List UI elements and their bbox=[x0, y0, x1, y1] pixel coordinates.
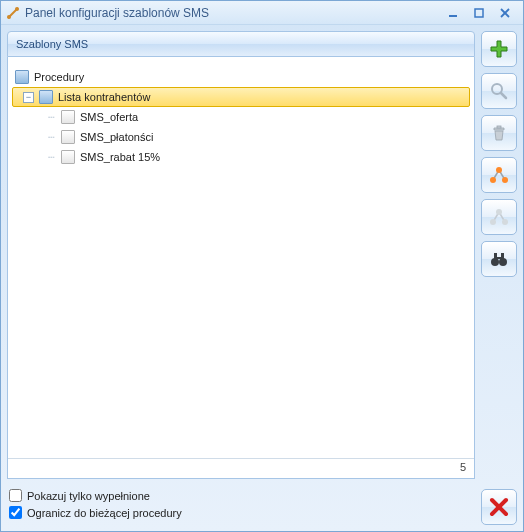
svg-rect-23 bbox=[501, 253, 504, 259]
tree-node-selected[interactable]: − Lista kontrahentów bbox=[12, 87, 470, 107]
title-controls bbox=[445, 6, 519, 20]
tree-label: SMS_płatonści bbox=[80, 131, 153, 143]
document-icon bbox=[60, 149, 76, 165]
checkbox-show-filled[interactable]: Pokazuj tylko wypełnione bbox=[9, 489, 479, 502]
svg-point-18 bbox=[490, 219, 496, 225]
tree-node-item[interactable]: ┄ SMS_płatonści bbox=[12, 127, 470, 147]
toolbar bbox=[481, 31, 517, 479]
assign-button[interactable] bbox=[481, 157, 517, 193]
svg-point-19 bbox=[502, 219, 508, 225]
document-icon bbox=[60, 129, 76, 145]
svg-line-8 bbox=[501, 93, 506, 98]
svg-point-13 bbox=[490, 177, 496, 183]
svg-point-17 bbox=[496, 209, 502, 215]
bottom-row: Pokazuj tylko wypełnione Ogranicz do bie… bbox=[7, 485, 517, 525]
tree-node-root[interactable]: Procedury bbox=[12, 67, 470, 87]
add-button[interactable] bbox=[481, 31, 517, 67]
titlebar: Panel konfiguracji szablonów SMS bbox=[1, 1, 523, 25]
close-button[interactable] bbox=[481, 489, 517, 525]
nodes-icon bbox=[488, 164, 510, 186]
checkbox-limit-procedure[interactable]: Ogranicz do bieżącej procedury bbox=[9, 506, 479, 519]
tree-node-item[interactable]: ┄ SMS_oferta bbox=[12, 107, 470, 127]
svg-point-2 bbox=[15, 7, 19, 11]
checkbox-label: Pokazuj tylko wypełnione bbox=[27, 490, 150, 502]
panel-header: Szablony SMS bbox=[7, 31, 475, 57]
checkbox-label: Ogranicz do bieżącej procedury bbox=[27, 507, 182, 519]
window: Panel konfiguracji szablonów SMS Szablon… bbox=[0, 0, 524, 532]
tree-footer-count: 5 bbox=[8, 458, 474, 478]
delete-button[interactable] bbox=[481, 115, 517, 151]
trash-icon bbox=[489, 123, 509, 143]
tree-label: SMS_rabat 15% bbox=[80, 151, 160, 163]
magnifier-icon bbox=[489, 81, 509, 101]
window-body: Szablony SMS Procedury − Lista kontrahen… bbox=[1, 25, 523, 531]
svg-point-21 bbox=[499, 258, 507, 266]
folder-icon bbox=[38, 89, 54, 105]
document-icon bbox=[60, 109, 76, 125]
tree[interactable]: Procedury − Lista kontrahentów ┄ SMS_ofe… bbox=[8, 57, 474, 458]
plus-icon bbox=[488, 38, 510, 60]
assign-grey-button[interactable] bbox=[481, 199, 517, 235]
svg-rect-22 bbox=[494, 253, 497, 259]
minimize-button[interactable] bbox=[445, 6, 461, 20]
tree-container: Procedury − Lista kontrahentów ┄ SMS_ofe… bbox=[7, 57, 475, 479]
options: Pokazuj tylko wypełnione Ogranicz do bie… bbox=[7, 485, 481, 525]
svg-rect-4 bbox=[475, 9, 483, 17]
svg-point-20 bbox=[491, 258, 499, 266]
svg-rect-9 bbox=[497, 126, 501, 128]
tree-label: Procedury bbox=[34, 71, 84, 83]
tree-node-item[interactable]: ┄ SMS_rabat 15% bbox=[12, 147, 470, 167]
svg-rect-3 bbox=[449, 15, 457, 17]
tree-label: Lista kontrahentów bbox=[58, 91, 150, 103]
tree-collapse-button[interactable]: − bbox=[23, 92, 34, 103]
find-all-button[interactable] bbox=[481, 241, 517, 277]
maximize-button[interactable] bbox=[471, 6, 487, 20]
close-window-button[interactable] bbox=[497, 6, 513, 20]
svg-point-14 bbox=[502, 177, 508, 183]
svg-point-1 bbox=[7, 15, 11, 19]
folder-icon bbox=[14, 69, 30, 85]
templates-panel: Szablony SMS Procedury − Lista kontrahen… bbox=[7, 31, 475, 479]
svg-rect-24 bbox=[497, 257, 501, 259]
search-button[interactable] bbox=[481, 73, 517, 109]
tree-label: SMS_oferta bbox=[80, 111, 138, 123]
checkbox-input[interactable] bbox=[9, 506, 22, 519]
app-icon bbox=[5, 5, 21, 21]
window-title: Panel konfiguracji szablonów SMS bbox=[25, 6, 445, 20]
nodes-grey-icon bbox=[488, 206, 510, 228]
close-icon bbox=[488, 496, 510, 518]
binoculars-icon bbox=[488, 248, 510, 270]
svg-point-12 bbox=[496, 167, 502, 173]
checkbox-input[interactable] bbox=[9, 489, 22, 502]
